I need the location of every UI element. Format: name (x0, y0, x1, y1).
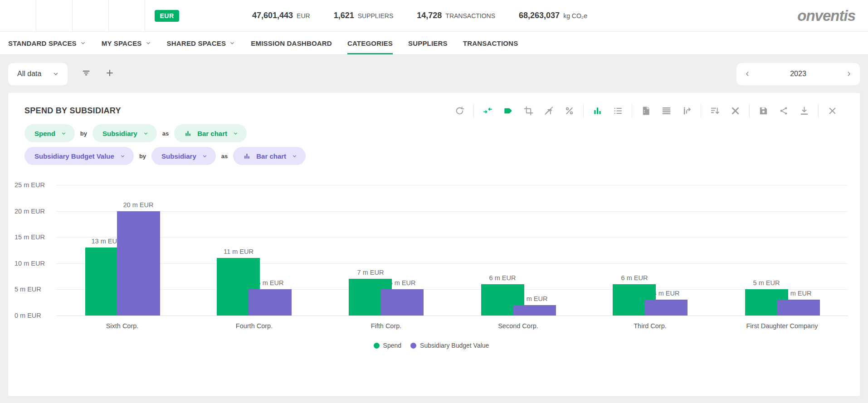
filter-actions (68, 68, 115, 80)
chevron-down-icon (80, 40, 86, 46)
toolbar-group (818, 104, 846, 118)
chevron-down-icon (229, 40, 235, 46)
category-label-third-corp: Third Corp. (584, 322, 716, 330)
bar-subsidiary-budget-value-sixth-corp[interactable] (117, 211, 160, 316)
dimension-pill[interactable]: Subsidiary (93, 124, 157, 142)
percent-icon[interactable] (559, 104, 580, 118)
bar-value-label: 11 m EUR (224, 248, 254, 255)
chevron-right-icon (845, 70, 853, 78)
bar-value-label: 3 m EUR (785, 290, 812, 297)
menu-button[interactable] (0, 0, 36, 31)
bar-value-label: 2 m EUR (521, 295, 548, 302)
stat-suppliers-value: 1,621 (334, 11, 354, 20)
measure-pill[interactable]: Spend (24, 124, 75, 142)
rows-icon[interactable] (656, 104, 677, 118)
palette-button[interactable] (109, 0, 145, 31)
collapse-arrows-icon[interactable] (478, 104, 498, 118)
chart-category-labels: Sixth Corp.Fourth Corp.Fifth Corp.Second… (56, 316, 848, 330)
dataset-selector[interactable]: All data (8, 63, 68, 85)
sort-desc-icon[interactable] (705, 104, 725, 118)
legend-item-spend[interactable]: Spend (374, 342, 401, 349)
bar-value-label: 7 m EUR (357, 269, 384, 276)
year-label: 2023 (790, 70, 806, 78)
legend-item-subsidiary-budget-value[interactable]: Subsidiary Budget Value (410, 342, 489, 349)
rotate-icon[interactable] (449, 104, 470, 118)
measure-pill[interactable]: Subsidiary Budget Value (24, 147, 134, 165)
hide-measures-icon[interactable] (539, 104, 559, 118)
tools-icon[interactable] (725, 104, 746, 118)
spend-by-subsidiary-card: SPEND BY SUBSIDIARY Spend by Subsidiary … (8, 93, 860, 396)
y-axis-tick: 5 m EUR (15, 286, 53, 293)
chart-type-pill[interactable]: Bar chart (174, 124, 247, 142)
year-next-button[interactable] (845, 70, 853, 78)
bar-value-label: 5 m EUR (389, 279, 416, 286)
y-axis-tick: 15 m EUR (15, 233, 53, 241)
bar-subsidiary-budget-value-first-daughter-company[interactable] (777, 300, 820, 316)
save-icon[interactable] (753, 104, 774, 118)
query-row-1: Subsidiary Budget Value by Subsidiary as… (24, 147, 844, 165)
stat-suppliers: 1,621 SUPPLIERS (334, 11, 394, 20)
nav-item-shared-spaces[interactable]: SHARED SPACES (167, 32, 236, 54)
tag-icon[interactable] (498, 104, 518, 118)
stat-co2-label: kg CO₂e (563, 12, 587, 19)
connector-by: by (80, 130, 87, 137)
nav-item-standard-spaces[interactable]: STANDARD SPACES (8, 32, 86, 54)
bar-group-first-daughter-company: 5 m EUR 3 m EUR (716, 185, 848, 316)
bar-subsidiary-budget-value-second-corp[interactable] (513, 305, 556, 316)
plus-button[interactable] (105, 68, 115, 79)
connector-by: by (139, 153, 146, 160)
toolbar-group (446, 104, 473, 118)
filter-button[interactable] (81, 68, 91, 79)
chevron-down-icon (233, 131, 239, 136)
nav-item-transactions[interactable]: TRANSACTIONS (463, 32, 518, 54)
stat-transactions-label: TRANSACTIONS (445, 12, 495, 19)
nav-item-suppliers[interactable]: SUPPLIERS (408, 32, 448, 54)
header-icon-group (0, 0, 145, 31)
bar-subsidiary-budget-value-fifth-corp[interactable] (380, 289, 424, 316)
bar-chart-icon[interactable] (587, 104, 608, 118)
gridline (56, 316, 848, 316)
year-prev-button[interactable] (744, 70, 751, 78)
legend-dot (374, 343, 380, 349)
list-view-icon[interactable] (608, 104, 628, 118)
legend-dot (410, 343, 416, 349)
chevron-down-icon (145, 40, 151, 46)
stat-co2-value: 68,263,037 (519, 11, 560, 20)
chart-legend: Spend Subsidiary Budget Value (15, 342, 848, 349)
nav-item-my-spaces[interactable]: MY SPACES (102, 32, 151, 54)
toolbar-group (473, 104, 583, 118)
plus-icon (105, 68, 115, 78)
y-axis-tick: 25 m EUR (15, 181, 53, 189)
download-icon[interactable] (794, 104, 814, 118)
close-icon[interactable] (822, 104, 843, 118)
bar-chart-icon (184, 130, 192, 137)
card-toolbar (446, 104, 846, 118)
bar-value-label: 20 m EUR (123, 201, 154, 209)
download-button[interactable] (36, 0, 73, 31)
nav-item-emission-dashboard[interactable]: EMISSION DASHBOARD (251, 32, 332, 54)
bar-value-label: 5 m EUR (257, 279, 284, 286)
pivot-icon[interactable] (677, 104, 697, 118)
bar-chart: 25 m EUR 20 m EUR 15 m EUR 10 m EUR 5 m … (8, 185, 860, 349)
card-title: SPEND BY SUBSIDIARY (24, 106, 121, 116)
top-header: EUR 47,601,443 EUR 1,621 SUPPLIERS 14,72… (0, 0, 868, 32)
stat-transactions: 14,728 TRANSACTIONS (417, 11, 495, 20)
chevron-down-icon (61, 131, 67, 136)
currency-badge-cell: EUR (145, 0, 189, 31)
bar-subsidiary-budget-value-third-corp[interactable] (644, 300, 688, 316)
category-label-second-corp: Second Corp. (452, 322, 584, 330)
chevron-down-icon (143, 131, 149, 136)
bar-group-third-corp: 6 m EUR 3 m EUR (584, 185, 716, 316)
dimension-pill[interactable]: Subsidiary (151, 147, 216, 165)
share-icon[interactable] (774, 104, 794, 118)
stat-spend: 47,601,443 EUR (252, 11, 310, 20)
chart-type-pill[interactable]: Bar chart (233, 147, 306, 165)
nav-item-categories[interactable]: CATEGORIES (347, 32, 393, 54)
report-icon[interactable] (636, 104, 656, 118)
search-button[interactable] (73, 0, 109, 31)
dataset-selector-label: All data (17, 70, 41, 78)
stat-co2: 68,263,037 kg CO₂e (519, 11, 587, 20)
crop-icon[interactable] (518, 104, 539, 118)
bar-subsidiary-budget-value-fourth-corp[interactable] (249, 289, 292, 316)
currency-badge[interactable]: EUR (155, 10, 179, 22)
